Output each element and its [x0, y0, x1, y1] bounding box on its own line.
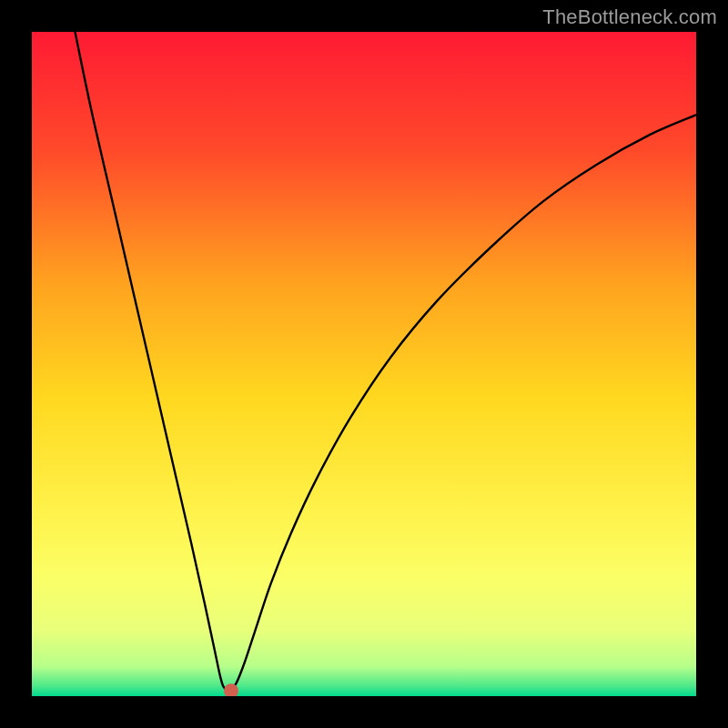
- gradient-background: [32, 32, 696, 696]
- chart-plot-area: [32, 32, 696, 696]
- watermark-text: TheBottleneck.com: [542, 5, 717, 29]
- bottleneck-chart: [32, 32, 696, 696]
